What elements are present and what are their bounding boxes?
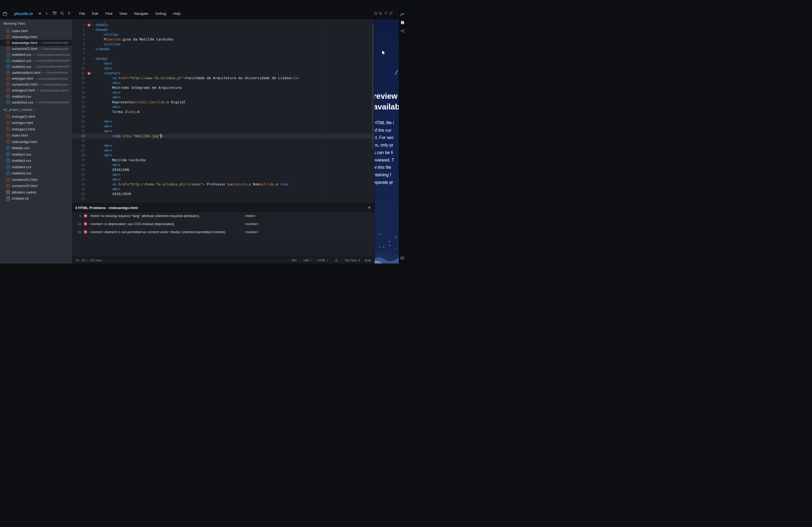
menu-edit[interactable]: Edit xyxy=(89,10,102,17)
file-row[interactable]: cadernodiario.html— /Users/matildecar xyxy=(0,70,72,75)
code-line[interactable]: 27 <br> xyxy=(72,148,374,153)
menu-navigate[interactable]: Navigate xyxy=(130,10,152,17)
file-row[interactable]: matilde4.css xyxy=(0,164,72,170)
code-line[interactable]: 33 <br> xyxy=(72,177,374,182)
code-line[interactable]: 24 <img src= "matilde.jpg"> xyxy=(72,134,374,138)
forward-icon[interactable]: ▶ xyxy=(44,10,50,16)
fold-arrow-icon[interactable]: ▾ xyxy=(91,71,94,76)
file-row[interactable]: cardinho3.css— /Users/matildecardinho/I xyxy=(0,99,72,105)
lint-warning-icon[interactable]: ⚠ xyxy=(331,257,341,264)
file-row[interactable]: sumarios02.html— /Users/matildecardin xyxy=(0,81,72,88)
code-editor[interactable]: 1×▾<html>2▾<head>3▾ <title>4 P&aacute;gi… xyxy=(72,19,374,204)
file-row[interactable]: sumarios01.html— /Users/matildecardin xyxy=(0,46,72,52)
code-line[interactable]: 26 <br> xyxy=(72,143,374,148)
code-line[interactable]: 34 <a href="http://home.fa.ulisboa.pt/~l… xyxy=(72,182,374,187)
code-line[interactable]: 20 xyxy=(72,114,374,119)
insert-mode-toggle[interactable]: INS xyxy=(288,257,300,264)
code-line[interactable]: 12 <a href="http://www.fa.ulisboa.pt">Fa… xyxy=(72,76,374,80)
live-preview-chart-icon[interactable] xyxy=(399,11,406,18)
code-line[interactable]: 19 Turma 2&deg;A xyxy=(72,109,374,114)
pin-icon[interactable] xyxy=(384,11,388,15)
code-line[interactable]: 36 2025/2026 xyxy=(72,192,374,196)
file-row[interactable]: matilde3.css xyxy=(0,93,72,99)
code-line[interactable]: 5 </title> xyxy=(72,42,374,47)
file-row[interactable]: entregas2.html— /Users/matildecardinhc xyxy=(0,88,72,93)
file-row[interactable]: matilde2.css xyxy=(0,151,72,157)
code-line[interactable]: 17 Representa&ccedil;&atilde;o Digital xyxy=(72,100,374,105)
file-row[interactable]: index.html xyxy=(0,132,72,139)
code-line[interactable]: 16 <br> xyxy=(72,95,374,100)
code-line[interactable]: 14 Mestrado Integrado em Arquitetura xyxy=(72,85,374,90)
search-icon[interactable] xyxy=(59,10,65,16)
code-line[interactable]: 8▾<body> xyxy=(72,56,374,61)
code-line[interactable]: 30 <br> xyxy=(72,163,374,167)
code-line[interactable]: 18 <br> xyxy=(72,105,374,109)
file-row[interactable]: indexantigo.html xyxy=(0,138,72,145)
fold-arrow-icon[interactable]: ▾ xyxy=(91,32,94,37)
code-line[interactable]: 4 P&aacute;gina da Matilde Cardinho xyxy=(72,37,374,42)
code-line[interactable]: 6</head> xyxy=(72,47,374,51)
package-icon[interactable] xyxy=(52,10,57,16)
code-line[interactable]: 32 <br> xyxy=(72,172,374,177)
file-row[interactable]: matilde3.css xyxy=(0,157,72,164)
file-row[interactable]: tabuleiro xadrez xyxy=(0,189,72,195)
problem-row[interactable]: 11×<center> element is not permitted as … xyxy=(72,228,374,236)
code-line[interactable]: 21 <br> xyxy=(72,119,374,124)
menu-help[interactable]: Help xyxy=(170,10,184,17)
file-row[interactable]: entregas.html— /Users/matildecardinho/ xyxy=(0,76,72,81)
file-row[interactable]: entregas2.html xyxy=(0,126,72,132)
menu-find[interactable]: Find xyxy=(102,10,116,17)
error-marker[interactable]: × xyxy=(87,71,91,76)
error-marker[interactable]: × xyxy=(87,22,91,27)
project-dropdown[interactable]: no_project_loaded ▾ xyxy=(0,107,72,113)
problem-row[interactable]: 1×<html> is missing required "lang" attr… xyxy=(72,212,374,220)
code-line[interactable]: 15 <br> xyxy=(72,90,374,95)
file-row[interactable]: matilde5.css— /Users/matildecardinho/Do xyxy=(0,64,72,70)
code-line[interactable]: 37 xyxy=(72,196,374,201)
fold-arrow-icon[interactable]: ▾ xyxy=(91,27,94,32)
file-row[interactable]: sumarios01.html xyxy=(0,176,72,183)
code-line[interactable]: 29 Matilde Cardinho xyxy=(72,158,374,163)
code-line[interactable]: 35 <br> xyxy=(72,187,374,192)
file-row[interactable]: matilde4.css— /Users/matildecardinho/Do xyxy=(0,52,72,58)
extension-icon[interactable] xyxy=(399,19,406,26)
code-line[interactable]: 25 xyxy=(72,138,374,143)
menu-view[interactable]: View xyxy=(116,10,130,17)
project-box-icon[interactable] xyxy=(3,10,7,17)
fold-arrow-icon[interactable]: ▾ xyxy=(91,22,94,27)
problem-row[interactable]: 11×<center> is deprecated: use CSS inste… xyxy=(72,220,374,228)
code-line[interactable]: 13 <br> xyxy=(72,80,374,85)
sort-files-icon[interactable] xyxy=(66,10,72,16)
share-icon[interactable] xyxy=(399,27,406,34)
file-row[interactable]: matilde5.css xyxy=(0,170,72,177)
file-row[interactable]: Matilde.css xyxy=(0,145,72,151)
code-line[interactable]: 9 <br> xyxy=(72,61,374,66)
code-line[interactable]: 28 <br> xyxy=(72,153,374,158)
live-preview-reload-icon[interactable] xyxy=(374,11,378,15)
menu-file[interactable]: File xyxy=(76,10,89,17)
file-row[interactable]: sumarios02.html xyxy=(0,183,72,189)
file-row[interactable]: Untitled-14 xyxy=(0,195,72,202)
editor-scrollbar[interactable] xyxy=(372,23,374,149)
code-line[interactable]: 11×▾ <center> xyxy=(72,71,374,76)
code-line[interactable]: 2▾<head> xyxy=(72,27,374,32)
menu-debug[interactable]: Debug xyxy=(152,10,170,17)
popout-icon[interactable] xyxy=(389,11,393,15)
code-line[interactable]: 7 xyxy=(72,51,374,56)
file-row[interactable]: entrega01.html xyxy=(0,113,72,120)
code-line[interactable]: 1×▾<html> xyxy=(72,22,374,27)
language-select[interactable]: HTML ▾ xyxy=(314,257,331,264)
file-row[interactable]: index.html xyxy=(0,28,72,34)
fold-arrow-icon[interactable]: ▾ xyxy=(91,56,94,61)
brand-link[interactable]: phcode.io xyxy=(14,10,33,17)
file-row[interactable]: indexantigo.html xyxy=(0,34,72,40)
encoding-select[interactable]: utf8 ▾ xyxy=(300,257,314,264)
file-row[interactable]: entregas.html xyxy=(0,120,72,126)
back-icon[interactable]: ◀ xyxy=(37,10,42,16)
code-line[interactable]: 31 20241208 xyxy=(72,167,374,172)
file-row[interactable]: indexantigo.html— /Users/matildecardin xyxy=(0,40,72,46)
code-line[interactable]: 22 <br> xyxy=(72,124,374,129)
feedback-icon[interactable] xyxy=(399,255,406,262)
file-row[interactable]: matilde2.css— /Users/matildecardinho/Do xyxy=(0,58,72,64)
tab-size-setting[interactable]: Tab Size: 4 Auto xyxy=(341,257,374,264)
